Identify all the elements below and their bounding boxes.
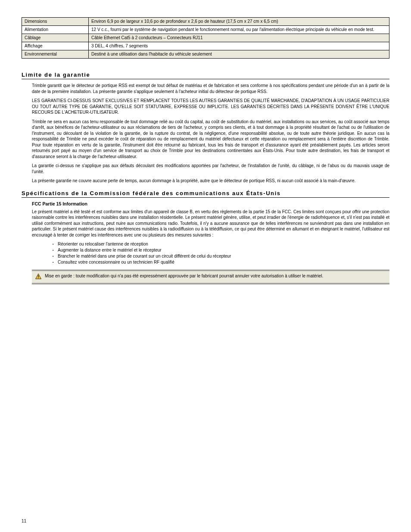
- list-item: Consultez votre concessionnaire ou un te…: [53, 259, 389, 265]
- spec-value: 3 DEL, 4 chiffres, 7 segments: [89, 42, 389, 50]
- fcc-paragraph: Le présent matériel a été testé et est c…: [22, 209, 389, 238]
- list-item: Brancher le matériel dans une prise de c…: [53, 253, 389, 259]
- spec-value: Câble Ethernet Cat5 à 2 conducteurs – Co…: [89, 34, 389, 42]
- spec-label: Câblage: [22, 34, 89, 42]
- spec-value: 12 V c.c., fourni par le système de navi…: [89, 26, 389, 34]
- fcc-measures-list: Réorienter ou relocaliser l'antenne de r…: [22, 241, 389, 265]
- warranty-paragraph: La présente garantie ne couvre aucune pe…: [22, 178, 389, 184]
- table-row: Affichage 3 DEL, 4 chiffres, 7 segments: [22, 42, 389, 50]
- fcc-subhead: FCC Partie 15 Information: [22, 201, 389, 206]
- warranty-paragraph: LES GARANTIES CI-DESSUS SONT EXCLUSIVES …: [22, 98, 389, 115]
- table-row: Environnemental Destiné à une utilisatio…: [22, 50, 389, 59]
- fcc-heading: Spécifications de la Commission fédérale…: [22, 190, 389, 198]
- warranty-paragraph: Trimble garantit que le détecteur de por…: [22, 83, 389, 94]
- warning-icon: [35, 273, 41, 281]
- page-number: 11: [22, 519, 26, 523]
- list-item: Augmenter la distance entre le matériel …: [53, 247, 389, 253]
- svg-rect-2: [38, 277, 38, 278]
- caution-text: Mise en garde : toute modification qui n…: [45, 273, 323, 279]
- table-row: Câblage Câble Ethernet Cat5 à 2 conducte…: [22, 34, 389, 42]
- specifications-table: Dimensions Environ 6,9 po de largeur x 1…: [22, 17, 389, 59]
- spec-label: Dimensions: [22, 18, 89, 26]
- table-row: Dimensions Environ 6,9 po de largeur x 1…: [22, 18, 389, 26]
- spec-label: Affichage: [22, 42, 89, 50]
- spec-label: Environnemental: [22, 50, 89, 59]
- caution-box: Mise en garde : toute modification qui n…: [32, 270, 389, 284]
- svg-rect-1: [38, 275, 38, 277]
- warranty-paragraph: La garantie ci-dessus ne s'applique pas …: [22, 163, 389, 174]
- spec-label: Alimentation: [22, 26, 89, 34]
- table-row: Alimentation 12 V c.c., fourni par le sy…: [22, 26, 389, 34]
- warranty-paragraph: Trimble ne sera en aucun cas tenu respon…: [22, 119, 389, 160]
- spec-value: Environ 6,9 po de largeur x 10,6 po de p…: [89, 18, 389, 26]
- warranty-heading: Limite de la garantie: [22, 72, 389, 79]
- list-item: Réorienter ou relocaliser l'antenne de r…: [53, 241, 389, 247]
- spec-value: Destiné à une utilisation dans l'habitac…: [89, 50, 389, 59]
